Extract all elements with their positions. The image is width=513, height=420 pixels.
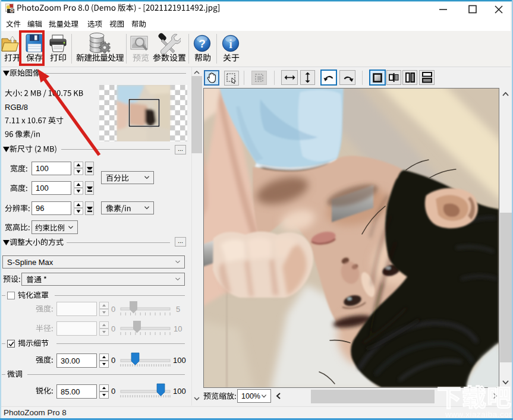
svg-text:?: ? — [199, 37, 206, 50]
svg-text:i: i — [229, 37, 232, 50]
